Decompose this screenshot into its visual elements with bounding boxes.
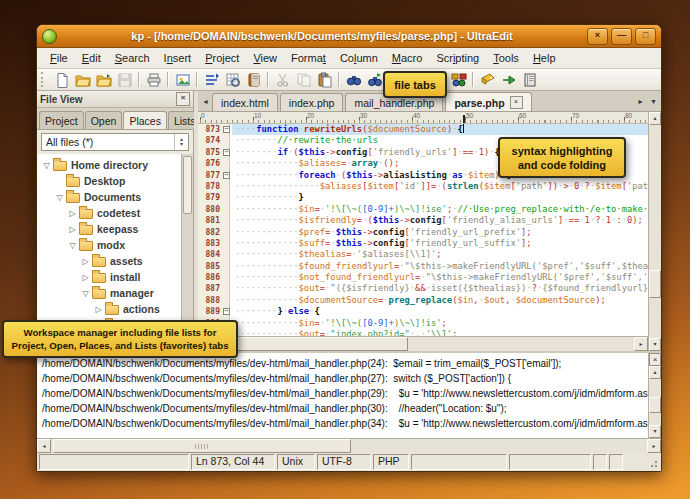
code-line-886[interactable]: 886············$not_found_friendlyurl=·"… <box>198 272 648 283</box>
find-next-icon[interactable] <box>364 70 385 89</box>
code-line-888[interactable]: 888············$documentSource=·preg_rep… <box>198 295 648 306</box>
new-file-icon[interactable] <box>51 70 72 89</box>
tree-collapsed-icon[interactable]: ▷ <box>67 225 78 234</box>
find-icon[interactable] <box>343 70 364 89</box>
open-file-icon[interactable] <box>72 70 93 89</box>
file-tab-parse.php[interactable]: parse.php× <box>445 92 531 111</box>
file-tab-index.html[interactable]: index.html <box>212 93 278 111</box>
replace-in-files-icon[interactable] <box>448 70 469 89</box>
code-text[interactable]: ············} <box>232 192 648 203</box>
menu-scripting[interactable]: Scripting <box>429 50 486 66</box>
tab-list-icon[interactable]: ▾ <box>647 93 660 111</box>
code-text[interactable]: ············$documentSource=·preg_replac… <box>232 295 648 306</box>
tab-close-icon[interactable]: × <box>510 96 523 109</box>
output-scroll-up-icon[interactable]: ▴ <box>649 366 661 379</box>
sidebar-tab-project[interactable]: Project <box>39 111 84 129</box>
output-line[interactable]: /home/DOMAIN/bschwenk/Documents/myfiles/… <box>42 401 648 416</box>
output-hscroll-thumb[interactable] <box>53 439 351 453</box>
scroll-up-icon[interactable]: ▴ <box>649 112 661 125</box>
sidebar-tab-open[interactable]: Open <box>85 111 123 129</box>
output-line[interactable]: /home/DOMAIN/bschwenk/Documents/myfiles/… <box>42 371 648 386</box>
tree-item-desktop[interactable]: Desktop <box>37 173 181 189</box>
code-line-884[interactable]: 884············$thealias=·'$aliases[\\1]… <box>198 249 648 260</box>
title-bar[interactable]: kp - [/home/DOMAIN/bschwenk/Documents/my… <box>37 25 661 48</box>
code-text[interactable]: ········}·else·{ <box>232 306 648 317</box>
tree-collapsed-icon[interactable]: ▷ <box>67 209 78 218</box>
resize-grip[interactable] <box>647 454 659 470</box>
code-line-883[interactable]: 883············$suff=·$this->config['fri… <box>198 238 648 249</box>
code-text[interactable]: ················$aliases[$item['id']]=·(… <box>232 181 648 192</box>
menu-search[interactable]: Search <box>108 50 157 66</box>
tree-item-codetest[interactable]: ▷codetest <box>37 205 181 221</box>
menu-column[interactable]: Column <box>333 50 385 66</box>
html-preview-icon[interactable] <box>172 70 193 89</box>
tab-scroll-right-icon[interactable]: ▸ <box>634 93 647 111</box>
editor-hscroll-thumb[interactable] <box>214 337 408 351</box>
menu-project[interactable]: Project <box>198 50 246 66</box>
code-text[interactable]: ············$suff=·$this->config['friend… <box>232 238 648 249</box>
file-view-close-icon[interactable]: × <box>176 92 190 106</box>
editor-vscroll-thumb[interactable] <box>649 270 661 298</box>
output-close-icon[interactable]: × <box>649 353 661 366</box>
fold-toggle-icon[interactable]: − <box>223 149 230 156</box>
tree-expanded-icon[interactable]: ▽ <box>54 193 65 202</box>
tree-item-actions[interactable]: ▷actions <box>37 301 181 317</box>
code-text[interactable]: ····function·rewriteUrls($documentSource… <box>232 124 648 135</box>
tree-expanded-icon[interactable]: ▽ <box>67 241 78 250</box>
minimize-button[interactable]: — <box>611 28 632 45</box>
code-line-887[interactable]: 887············$out=·"({$isfriendly}·&&·… <box>198 283 648 294</box>
scroll-right-icon[interactable]: ▸ <box>634 337 648 351</box>
code-line-879[interactable]: 879············} <box>198 192 648 203</box>
menu-format[interactable]: Format <box>284 50 333 66</box>
code-line-882[interactable]: 882············$pref=·$this->config['fri… <box>198 227 648 238</box>
menu-macro[interactable]: Macro <box>385 50 430 66</box>
code-line-889[interactable]: 889−········}·else·{ <box>198 306 648 317</box>
code-line-873[interactable]: 873−····function·rewriteUrls($documentSo… <box>198 124 648 135</box>
code-line-885[interactable]: 885············$found_friendlyurl=·"\$th… <box>198 261 648 272</box>
sidebar-tab-places[interactable]: Places <box>123 111 167 129</box>
code-line-891[interactable]: 891············$out=·"index.php?id="·.·'… <box>198 329 648 336</box>
menu-file[interactable]: File <box>43 50 75 66</box>
menu-help[interactable]: Help <box>526 50 563 66</box>
paste-icon[interactable] <box>314 70 335 89</box>
menu-tools[interactable]: Tools <box>486 50 526 66</box>
output-horizontal-scrollbar[interactable]: ◂ ▸ <box>37 438 661 453</box>
file-tab-index.php[interactable]: index.php <box>280 93 344 111</box>
macro-list-icon[interactable] <box>519 70 540 89</box>
tree-collapsed-icon[interactable]: ▷ <box>93 305 104 314</box>
output-scroll-down-icon[interactable]: ▾ <box>649 425 661 438</box>
code-text[interactable]: ············$in=·'!\[\~([0-9]+)\~\]!ise'… <box>232 204 648 215</box>
code-text[interactable]: ············$out=·"({$isfriendly}·&&·iss… <box>232 283 648 294</box>
reformat-icon[interactable] <box>201 70 222 89</box>
code-line-881[interactable]: 881············$isfriendly=·($this->conf… <box>198 215 648 226</box>
tree-item-documents[interactable]: ▽Documents <box>37 189 181 205</box>
output-window[interactable]: /home/DOMAIN/bschwenk/Documents/myfiles/… <box>37 353 648 438</box>
output-line[interactable]: /home/DOMAIN/bschwenk/Documents/myfiles/… <box>42 356 648 371</box>
code-text[interactable]: ············$isfriendly=·($this->config[… <box>232 215 648 226</box>
scroll-down-icon[interactable]: ▾ <box>649 338 661 351</box>
tree-expanded-icon[interactable]: ▽ <box>41 161 52 170</box>
file-filter-dropdown[interactable]: All files (*) ▴▾ <box>41 133 189 151</box>
tree-item-keepass[interactable]: ▷keepass <box>37 221 181 237</box>
close-button[interactable]: × <box>587 28 608 45</box>
tree-item-assets[interactable]: ▷assets <box>37 253 181 269</box>
menu-view[interactable]: View <box>246 50 284 66</box>
output-scroll-left-icon[interactable]: ◂ <box>37 439 51 453</box>
output-scroll-right-icon[interactable]: ▸ <box>647 439 661 453</box>
tree-item-modx[interactable]: ▽modx <box>37 237 181 253</box>
tab-scroll-left-icon[interactable]: ◂ <box>199 93 212 111</box>
output-line[interactable]: /home/DOMAIN/bschwenk/Documents/myfiles/… <box>42 416 648 431</box>
maximize-button[interactable]: □ <box>635 28 656 45</box>
tree-collapsed-icon[interactable]: ▷ <box>80 273 91 282</box>
code-line-878[interactable]: 878················$aliases[$item['id']]… <box>198 181 648 192</box>
menu-insert[interactable]: Insert <box>157 50 199 66</box>
dropdown-spinner-icon[interactable]: ▴▾ <box>174 134 188 150</box>
tree-item-install[interactable]: ▷install <box>37 269 181 285</box>
tree-item-home-directory[interactable]: ▽Home directory <box>37 157 181 173</box>
code-text[interactable]: ············$pref=·$this->config['friend… <box>232 227 648 238</box>
next-bookmark-icon[interactable] <box>498 70 519 89</box>
tree-expanded-icon[interactable]: ▽ <box>80 289 91 298</box>
menu-edit[interactable]: Edit <box>75 50 108 66</box>
toolbar-drag-handle[interactable] <box>41 72 47 87</box>
tree-collapsed-icon[interactable]: ▷ <box>80 257 91 266</box>
